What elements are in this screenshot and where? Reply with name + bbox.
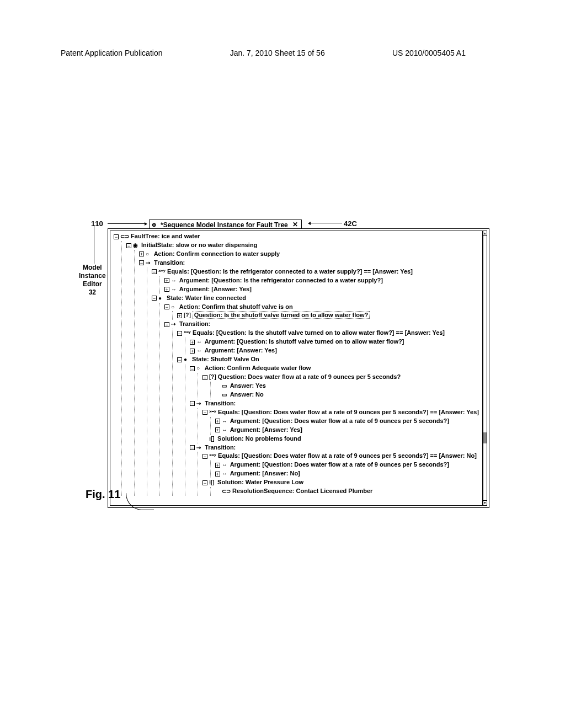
scroll-up-icon[interactable]: ▴ bbox=[483, 231, 487, 236]
header-left: Patent Application Publication bbox=[61, 49, 162, 57]
tree-node-question[interactable]: +[?] Question: Is the shutoff valve turn… bbox=[176, 311, 480, 320]
collapse-icon[interactable]: − bbox=[114, 234, 119, 239]
solution-icon: ⁞[] bbox=[209, 435, 216, 443]
collapse-icon[interactable]: − bbox=[152, 269, 157, 274]
expand-icon[interactable]: + bbox=[215, 427, 220, 432]
close-icon[interactable]: ✕ bbox=[292, 221, 298, 229]
tree-view[interactable]: −⊂⊃ FaultTree: ice and water −◉ InitialS… bbox=[110, 231, 483, 506]
argument-icon: ↔ bbox=[196, 338, 203, 346]
state-icon: ● bbox=[184, 356, 190, 364]
tree-node-argument[interactable]: +↔ Argument: [Question: Does water flow … bbox=[214, 417, 480, 426]
tree-node-action[interactable]: −○ Action: Confirm Adequate water flow −… bbox=[189, 364, 480, 399]
expand-icon[interactable]: + bbox=[177, 313, 182, 318]
tree-node-equals[interactable]: −ˣ⁼ʸ Equals: [Question: Is the refrigera… bbox=[151, 267, 480, 294]
expand-icon[interactable]: + bbox=[215, 419, 220, 424]
callout-model-editor: Model Instance Editor 32 bbox=[79, 264, 106, 297]
argument-icon: ↔ bbox=[222, 461, 228, 469]
answer-icon: ▭ bbox=[222, 382, 228, 390]
tree-node-equals[interactable]: −ˣ⁼ʸ Equals: [Question: Does water flow … bbox=[201, 408, 480, 435]
transition-icon: ⇢ bbox=[171, 320, 178, 329]
answer-icon: ▭ bbox=[222, 391, 228, 399]
action-icon: ○ bbox=[171, 303, 178, 312]
collapse-icon[interactable]: − bbox=[202, 375, 207, 380]
transition-icon: ⇢ bbox=[196, 400, 203, 408]
vertical-scrollbar[interactable]: ▴ ▾ bbox=[483, 231, 487, 506]
tree-node-argument[interactable]: +↔ Argument: [Question: Is shutoff valve… bbox=[189, 338, 480, 346]
expand-icon[interactable]: + bbox=[190, 349, 195, 354]
collapse-icon[interactable]: − bbox=[126, 243, 131, 248]
equals-icon: ˣ⁼ʸ bbox=[184, 329, 191, 338]
collapse-icon[interactable]: − bbox=[164, 322, 169, 327]
page-header: Patent Application Publication Jan. 7, 2… bbox=[0, 49, 565, 57]
figure-label: Fig. 11 bbox=[86, 488, 120, 501]
expand-icon[interactable]: + bbox=[215, 472, 220, 477]
tree-node-argument[interactable]: +↔ Argument: [Question: Is the refrigera… bbox=[163, 276, 480, 285]
tree-node-solution[interactable]: −⁞[] Solution: Water Pressure Low ⊂⊃ Res… bbox=[201, 478, 480, 496]
tree-node-transition[interactable]: −⇢ Transition: −ˣ⁼ʸ Equals: [Question: D… bbox=[189, 443, 480, 496]
arrow-110-icon bbox=[108, 223, 146, 224]
collapse-icon[interactable]: − bbox=[190, 445, 195, 450]
action-icon: ○ bbox=[196, 365, 203, 373]
tree-node-equals[interactable]: −ˣ⁼ʸ Equals: [Question: Does water flow … bbox=[201, 452, 480, 478]
initialstate-icon: ◉ bbox=[133, 242, 140, 250]
tree-node-state[interactable]: −● State: Shutoff Valve On −○ Action: Co… bbox=[176, 355, 480, 496]
tree-node-faulttree[interactable]: −⊂⊃ FaultTree: ice and water −◉ InitialS… bbox=[113, 232, 480, 496]
scroll-down-icon[interactable]: ▾ bbox=[483, 500, 487, 505]
tree-node-transition[interactable]: −⇢ Transition: −ˣ⁼ʸ Equals: [Question: I… bbox=[163, 320, 480, 496]
argument-icon: ↔ bbox=[171, 277, 178, 285]
header-center: Jan. 7, 2010 Sheet 15 of 56 bbox=[230, 49, 325, 57]
tree-node-transition[interactable]: −⇢ Transition: −ˣ⁼ʸ Equals: [Question: I… bbox=[138, 259, 480, 496]
expand-icon[interactable]: + bbox=[190, 340, 195, 345]
collapse-icon[interactable]: − bbox=[177, 357, 182, 362]
question-icon: [?] bbox=[209, 373, 216, 382]
equals-icon: ˣ⁼ʸ bbox=[209, 409, 216, 417]
scroll-thumb[interactable] bbox=[483, 432, 487, 443]
expand-icon[interactable]: + bbox=[139, 251, 144, 256]
tree-node-argument[interactable]: +↔ Argument: [Answer: Yes] bbox=[189, 346, 480, 355]
tree-node-answer[interactable]: ▭ Answer: No bbox=[214, 390, 480, 399]
tree-node-solution[interactable]: ⁞[] Solution: No problems found bbox=[201, 435, 480, 443]
faulttree-icon: ⊂⊃ bbox=[120, 233, 129, 241]
transition-icon: ⇢ bbox=[146, 259, 152, 267]
argument-icon: ↔ bbox=[196, 347, 203, 355]
globe-icon: ⊕ bbox=[152, 222, 158, 228]
tab-title: *Sequence Model Instance for Fault Tree bbox=[161, 221, 288, 229]
callout-42c: 42C bbox=[344, 220, 357, 228]
expand-icon[interactable]: + bbox=[164, 278, 169, 283]
editor-panel: −⊂⊃ FaultTree: ice and water −◉ InitialS… bbox=[108, 228, 489, 508]
tree-node-action[interactable]: +○ Action: Confirm connection to water s… bbox=[138, 250, 480, 259]
tree-node-state[interactable]: −● State: Water line connected −○ Action… bbox=[151, 294, 480, 496]
tree-node-resolution[interactable]: ⊂⊃ ResolutionSequence: Contact Licensed … bbox=[214, 487, 480, 496]
collapse-icon[interactable]: − bbox=[190, 366, 195, 371]
resolution-icon: ⊂⊃ bbox=[222, 488, 231, 496]
tree-node-argument[interactable]: +↔ Argument: [Question: Does water flow … bbox=[214, 461, 480, 469]
collapse-icon[interactable]: − bbox=[190, 401, 195, 406]
tree-node-initialstate[interactable]: −◉ InitialState: slow or no water dispen… bbox=[125, 241, 480, 496]
collapse-icon[interactable]: − bbox=[152, 296, 157, 301]
tree-node-transition[interactable]: −⇢ Transition: −ˣ⁼ʸ Equals: [Question: D… bbox=[189, 399, 480, 443]
collapse-icon[interactable]: − bbox=[202, 480, 207, 485]
tree-node-argument[interactable]: +↔ Argument: [Answer: Yes] bbox=[163, 285, 480, 294]
collapse-icon[interactable]: − bbox=[202, 454, 207, 459]
argument-icon: ↔ bbox=[222, 426, 228, 435]
tree-node-answer[interactable]: ▭ Answer: Yes bbox=[214, 382, 480, 390]
tree-node-argument[interactable]: +↔ Argument: [Answer: No] bbox=[214, 469, 480, 478]
expand-icon[interactable]: + bbox=[215, 463, 220, 468]
collapse-icon[interactable]: − bbox=[139, 260, 144, 265]
expand-icon[interactable]: + bbox=[164, 287, 169, 292]
collapse-icon[interactable]: − bbox=[177, 331, 182, 336]
transition-icon: ⇢ bbox=[196, 444, 203, 452]
tree-node-equals[interactable]: −ˣ⁼ʸ Equals: [Question: Is the shutoff v… bbox=[176, 329, 480, 355]
state-icon: ● bbox=[158, 295, 165, 303]
header-right: US 2010/0005405 A1 bbox=[392, 49, 466, 57]
solution-icon: ⁞[] bbox=[209, 479, 216, 487]
equals-icon: ˣ⁼ʸ bbox=[158, 268, 166, 276]
question-icon: [?] bbox=[184, 312, 191, 320]
argument-icon: ↔ bbox=[171, 286, 178, 294]
collapse-icon[interactable]: − bbox=[164, 304, 169, 309]
argument-icon: ↔ bbox=[222, 417, 228, 426]
tree-node-action[interactable]: −○ Action: Confirm that shutoff valve is… bbox=[163, 303, 480, 320]
tree-node-question[interactable]: −[?] Question: Does water flow at a rate… bbox=[201, 373, 480, 399]
collapse-icon[interactable]: − bbox=[202, 410, 207, 415]
tree-node-argument[interactable]: +↔ Argument: [Answer: Yes] bbox=[214, 426, 480, 435]
